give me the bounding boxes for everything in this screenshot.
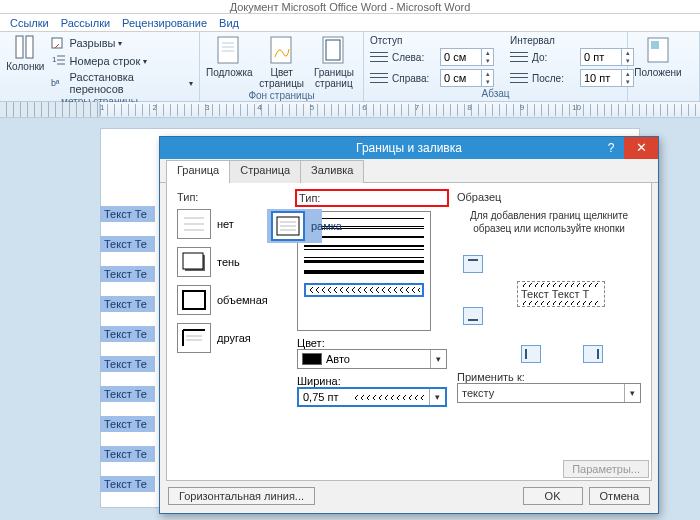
preview-canvas[interactable]: Текст Текст Т — [457, 245, 641, 365]
group-paragraph: Абзац — [370, 87, 621, 100]
style-option-selected[interactable] — [304, 283, 424, 297]
svg-rect-0 — [16, 36, 23, 58]
setting-box[interactable]: рамка — [267, 209, 322, 243]
watermark-label: Подложка — [206, 67, 253, 78]
horizontal-ruler[interactable]: 12345 678910 — [0, 102, 700, 118]
ok-button[interactable]: OK — [523, 487, 583, 505]
svg-text:1: 1 — [52, 55, 57, 64]
indent-right-input[interactable]: ▴▾ — [440, 69, 494, 87]
page-color-label: Цвет страницы — [259, 67, 304, 89]
chevron-down-icon[interactable]: ▾ — [430, 350, 446, 368]
dialog-titlebar[interactable]: Границы и заливка ? ✕ — [160, 137, 658, 159]
watermark-button[interactable]: Подложка — [206, 35, 253, 78]
width-label: Ширина: — [297, 375, 447, 387]
page-borders-button[interactable]: Границы страниц — [311, 35, 357, 89]
style-option[interactable] — [304, 218, 424, 219]
preview-left-border-button[interactable] — [521, 345, 541, 363]
selected-text: Текст Те — [100, 386, 155, 402]
tab-review[interactable]: Рецензирование — [122, 17, 207, 29]
style-option[interactable] — [304, 245, 424, 250]
setting-custom-icon — [180, 326, 208, 350]
tab-view[interactable]: Вид — [219, 17, 239, 29]
breaks-button[interactable]: Разрывы ▾ — [51, 35, 193, 51]
hyphenation-button[interactable]: bª Расстановка переносов ▾ — [51, 71, 193, 95]
hyphenation-label: Расстановка переносов — [70, 71, 186, 95]
preview-label: Образец — [457, 191, 641, 203]
spacing-before-label: До: — [532, 52, 576, 63]
color-label: Цвет: — [297, 337, 447, 349]
window-title: Документ Microsoft Office Word - Microso… — [0, 0, 700, 14]
preview-right-border-button[interactable] — [583, 345, 603, 363]
page-borders-label: Границы страниц — [314, 67, 354, 89]
setting-custom[interactable]: другая — [177, 323, 287, 353]
stepper-down-icon[interactable]: ▾ — [481, 57, 493, 65]
spacing-after-input[interactable]: ▴▾ — [580, 69, 634, 87]
tab-border[interactable]: Граница — [166, 160, 230, 183]
ribbon-tabs: Ссылки Рассылки Рецензирование Вид — [0, 14, 700, 32]
preview-top-border-button[interactable] — [463, 255, 483, 273]
setting-3d[interactable]: объемная — [177, 285, 287, 315]
spacing-after-icon — [510, 71, 528, 85]
cancel-button[interactable]: Отмена — [589, 487, 650, 505]
stepper-up-icon[interactable]: ▴ — [481, 70, 493, 78]
indent-right-icon — [370, 71, 388, 85]
setting-shadow-icon — [180, 250, 208, 274]
chevron-down-icon[interactable]: ▾ — [624, 384, 640, 402]
page-color-button[interactable]: Цвет страницы — [259, 35, 305, 89]
setting-label: Тип: — [177, 191, 287, 203]
stepper-down-icon[interactable]: ▾ — [481, 78, 493, 86]
tab-page[interactable]: Страница — [229, 160, 301, 183]
breaks-icon — [51, 35, 67, 51]
ruler-left-well — [0, 102, 100, 117]
watermark-icon — [216, 35, 242, 65]
close-button[interactable]: ✕ — [624, 137, 658, 159]
width-combo[interactable]: 0,75 пт ▾ — [297, 387, 447, 407]
hyphenation-icon: bª — [51, 75, 67, 91]
setting-3d-icon — [180, 288, 208, 312]
apply-to-value: тексту — [462, 387, 494, 399]
spacing-before-input[interactable]: ▴▾ — [580, 48, 634, 66]
tab-mailings[interactable]: Рассылки — [61, 17, 110, 29]
preview-bottom-border-button[interactable] — [463, 307, 483, 325]
style-option[interactable] — [304, 257, 424, 263]
stepper-up-icon[interactable]: ▴ — [481, 49, 493, 57]
svg-rect-26 — [183, 291, 205, 309]
columns-button[interactable]: Колонки — [6, 35, 45, 72]
indent-left-input[interactable]: ▴▾ — [440, 48, 494, 66]
color-swatch-icon — [302, 353, 322, 365]
style-option[interactable] — [304, 236, 424, 238]
page-color-icon — [269, 35, 295, 65]
tab-references[interactable]: Ссылки — [10, 17, 49, 29]
width-value: 0,75 пт — [303, 391, 338, 403]
preview-hint: Для добавления границ щелкните образец и… — [457, 209, 641, 235]
line-numbers-button[interactable]: 1 Номера строк ▾ — [51, 53, 193, 69]
setting-shadow-label: тень — [217, 256, 240, 268]
apply-to-combo[interactable]: тексту ▾ — [457, 383, 641, 403]
chevron-down-icon[interactable]: ▾ — [429, 389, 445, 405]
selected-text: Текст Те — [100, 236, 155, 252]
horizontal-line-button[interactable]: Горизонтальная линия... — [168, 487, 315, 505]
dialog-tabs: Граница Страница Заливка — [160, 159, 658, 183]
indent-left-label: Слева: — [392, 52, 436, 63]
setting-box-icon — [274, 214, 302, 238]
columns-icon — [15, 35, 35, 59]
line-numbers-label: Номера строк — [70, 55, 141, 67]
setting-shadow[interactable]: тень — [177, 247, 287, 277]
setting-none-icon — [180, 212, 208, 236]
svg-text:bª: bª — [51, 78, 60, 88]
ribbon: Колонки Разрывы ▾ 1 Номера строк ▾ bª Ра… — [0, 32, 700, 102]
position-icon — [645, 35, 671, 65]
preview-sample-text: Текст Текст Т — [517, 281, 605, 307]
selected-text: Текст Те — [100, 296, 155, 312]
style-option[interactable] — [304, 270, 424, 274]
help-button[interactable]: ? — [600, 137, 622, 159]
tab-fill[interactable]: Заливка — [300, 160, 364, 183]
position-button[interactable]: Положени — [634, 35, 682, 78]
setting-none-label: нет — [217, 218, 234, 230]
spacing-heading: Интервал — [510, 35, 634, 46]
dialog-title: Границы и заливка — [356, 141, 462, 155]
color-combo[interactable]: Авто ▾ — [297, 349, 447, 369]
selected-text: Текст Те — [100, 266, 155, 282]
selected-text: Текст Те — [100, 476, 155, 492]
selected-text: Текст Те — [100, 206, 155, 222]
